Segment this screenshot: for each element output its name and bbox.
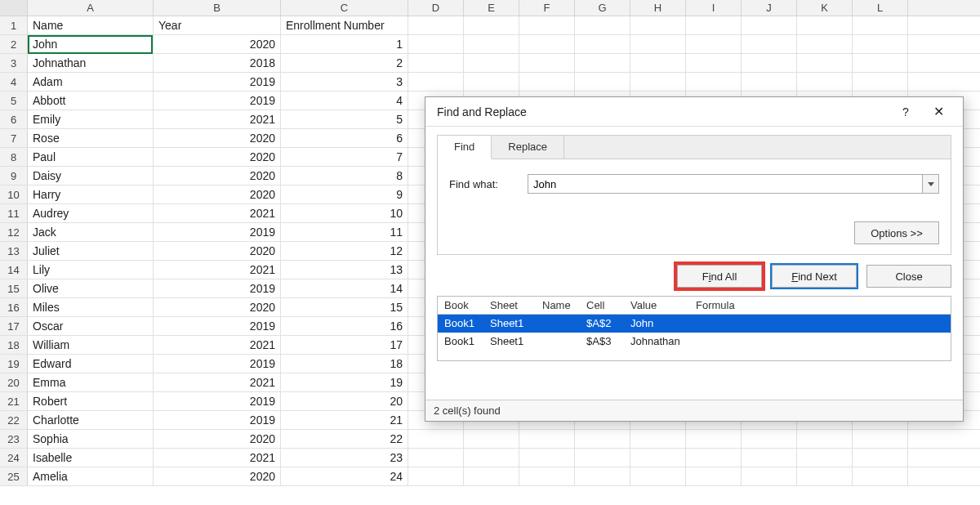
column-header-J[interactable]: J — [742, 0, 797, 16]
cell-B16[interactable]: 2020 — [154, 298, 281, 317]
cell-F24[interactable] — [519, 449, 575, 467]
cell-B23[interactable]: 2020 — [154, 430, 281, 449]
cell-B15[interactable]: 2019 — [154, 279, 281, 298]
cell-D3[interactable] — [408, 54, 464, 73]
results-header-book[interactable]: Book — [438, 297, 483, 314]
help-button[interactable]: ? — [889, 100, 922, 124]
cell-G2[interactable] — [575, 35, 630, 54]
cell-C9[interactable]: 8 — [281, 167, 408, 185]
cell-F3[interactable] — [519, 54, 575, 73]
cell-A12[interactable]: Jack — [28, 223, 154, 242]
cell-C16[interactable]: 15 — [281, 298, 408, 317]
cell-C14[interactable]: 13 — [281, 261, 408, 279]
cell-L3[interactable] — [853, 54, 908, 73]
cell-C21[interactable]: 20 — [281, 392, 408, 411]
cell-C23[interactable]: 22 — [281, 430, 408, 449]
cell-C15[interactable]: 14 — [281, 279, 408, 298]
cell-K1[interactable] — [797, 16, 853, 35]
cell-G3[interactable] — [575, 54, 630, 73]
cell-B5[interactable]: 2019 — [154, 92, 281, 110]
column-header-I[interactable]: I — [686, 0, 742, 16]
cell-C10[interactable]: 9 — [281, 185, 408, 204]
cell-C17[interactable]: 16 — [281, 317, 408, 336]
cell-B19[interactable]: 2019 — [154, 355, 281, 373]
cell-E4[interactable] — [464, 73, 519, 92]
cell-B18[interactable]: 2021 — [154, 336, 281, 355]
row-header-17[interactable]: 17 — [0, 317, 28, 335]
cell-A9[interactable]: Daisy — [28, 167, 154, 185]
cell-I4[interactable] — [686, 73, 742, 92]
cell-C22[interactable]: 21 — [281, 411, 408, 430]
results-header-name[interactable]: Name — [536, 297, 580, 314]
cell-G24[interactable] — [575, 449, 630, 467]
cell-L24[interactable] — [853, 449, 908, 467]
cell-C12[interactable]: 11 — [281, 223, 408, 242]
results-row-0[interactable]: Book1Sheet1$A$2John — [438, 315, 951, 333]
row-header-6[interactable]: 6 — [0, 110, 28, 128]
column-header-H[interactable]: H — [630, 0, 686, 16]
cell-I23[interactable] — [686, 430, 742, 449]
cell-K4[interactable] — [797, 73, 853, 92]
cell-J1[interactable] — [742, 16, 797, 35]
cell-F4[interactable] — [519, 73, 575, 92]
cell-A15[interactable]: Olive — [28, 279, 154, 298]
cell-A8[interactable]: Paul — [28, 148, 154, 167]
cell-A11[interactable]: Audrey — [28, 204, 154, 223]
cell-B22[interactable]: 2019 — [154, 411, 281, 430]
cell-D23[interactable] — [408, 430, 464, 449]
cell-H25[interactable] — [630, 467, 686, 486]
cell-I1[interactable] — [686, 16, 742, 35]
cell-D2[interactable] — [408, 35, 464, 54]
close-icon[interactable]: ✕ — [922, 100, 955, 124]
cell-C3[interactable]: 2 — [281, 54, 408, 73]
cell-I24[interactable] — [686, 449, 742, 467]
cell-C25[interactable]: 24 — [281, 467, 408, 486]
cell-K25[interactable] — [797, 467, 853, 486]
cell-A18[interactable]: William — [28, 336, 154, 355]
cell-E1[interactable] — [464, 16, 519, 35]
cell-H3[interactable] — [630, 54, 686, 73]
tab-find[interactable]: Find — [438, 136, 492, 159]
cell-J2[interactable] — [742, 35, 797, 54]
cell-B7[interactable]: 2020 — [154, 129, 281, 148]
find-next-button[interactable]: Find Next — [772, 265, 857, 288]
cell-L1[interactable] — [853, 16, 908, 35]
cell-B13[interactable]: 2020 — [154, 242, 281, 261]
cell-K24[interactable] — [797, 449, 853, 467]
cell-K23[interactable] — [797, 430, 853, 449]
column-header-B[interactable]: B — [154, 0, 281, 16]
cell-A20[interactable]: Emma — [28, 373, 154, 392]
cell-L25[interactable] — [853, 467, 908, 486]
cell-A22[interactable]: Charlotte — [28, 411, 154, 430]
tab-replace[interactable]: Replace — [492, 136, 564, 159]
row-header-5[interactable]: 5 — [0, 92, 28, 109]
cell-I25[interactable] — [686, 467, 742, 486]
find-results-list[interactable]: Book Sheet Name Cell Value Formula Book1… — [437, 296, 951, 361]
cell-A17[interactable]: Oscar — [28, 317, 154, 336]
cell-B2[interactable]: 2020 — [154, 35, 281, 54]
cell-E24[interactable] — [464, 449, 519, 467]
options-button[interactable]: Options >> — [854, 221, 939, 244]
cell-D4[interactable] — [408, 73, 464, 92]
cell-B17[interactable]: 2019 — [154, 317, 281, 336]
cell-A19[interactable]: Edward — [28, 355, 154, 373]
results-header-sheet[interactable]: Sheet — [483, 297, 536, 314]
cell-A4[interactable]: Adam — [28, 73, 154, 92]
cell-A16[interactable]: Miles — [28, 298, 154, 317]
cell-B8[interactable]: 2020 — [154, 148, 281, 167]
row-header-8[interactable]: 8 — [0, 148, 28, 166]
cell-C18[interactable]: 17 — [281, 336, 408, 355]
row-header-15[interactable]: 15 — [0, 279, 28, 297]
results-row-1[interactable]: Book1Sheet1$A$3Johnathan — [438, 333, 951, 351]
cell-A10[interactable]: Harry — [28, 185, 154, 204]
column-header-G[interactable]: G — [575, 0, 630, 16]
results-header-formula[interactable]: Formula — [689, 297, 951, 314]
row-header-13[interactable]: 13 — [0, 242, 28, 260]
cell-G1[interactable] — [575, 16, 630, 35]
cell-A25[interactable]: Amelia — [28, 467, 154, 486]
cell-K3[interactable] — [797, 54, 853, 73]
cell-A1[interactable]: Name — [28, 16, 154, 35]
cell-B12[interactable]: 2019 — [154, 223, 281, 242]
cell-G23[interactable] — [575, 430, 630, 449]
cell-L2[interactable] — [853, 35, 908, 54]
